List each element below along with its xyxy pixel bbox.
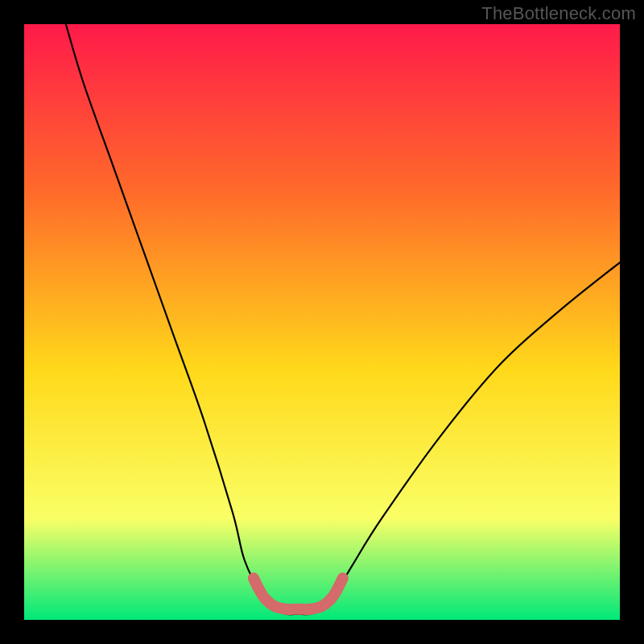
chart-frame: TheBottleneck.com — [0, 0, 644, 644]
chart-svg — [24, 24, 620, 620]
plot-area — [24, 24, 620, 620]
watermark-text: TheBottleneck.com — [481, 3, 636, 24]
gradient-background — [24, 24, 620, 620]
